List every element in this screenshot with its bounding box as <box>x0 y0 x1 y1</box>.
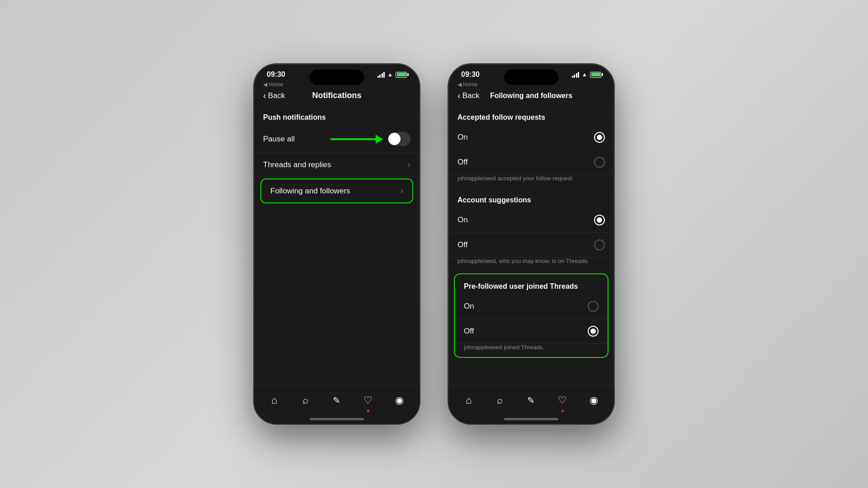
arrow-line <box>330 138 376 140</box>
following-followers-highlight: Following and followers › <box>260 178 413 203</box>
pause-all-toggle[interactable] <box>387 132 410 146</box>
prefollowed-hint: johnappleseed joined Threads. <box>455 344 608 357</box>
phone-2: 09:30 ▲ ◀ Home ‹ Back Following and foll… <box>448 63 615 425</box>
phone-1: 09:30 ▲ ◀ Home ‹ Back Notifications Push… <box>253 63 420 425</box>
profile-nav-2[interactable]: ◉ <box>584 390 604 410</box>
signal-icon-2 <box>572 72 580 78</box>
status-icons-1: ▲ <box>377 71 407 78</box>
chevron-right-threads: › <box>408 160 410 169</box>
home-indicator-1 <box>310 418 364 420</box>
compose-nav-1[interactable]: ✎ <box>327 390 347 410</box>
compose-icon-1: ✎ <box>333 395 340 406</box>
accepted-on-row[interactable]: On <box>448 125 614 150</box>
suggestions-on-label: On <box>458 216 468 225</box>
arrow-head <box>376 135 383 144</box>
accepted-off-radio[interactable] <box>594 157 605 168</box>
section-header-prefollowed: Pre-followed user joined Threads <box>455 274 608 294</box>
pre-followed-highlight: Pre-followed user joined Threads On Off … <box>454 273 609 358</box>
profile-icon-2: ◉ <box>590 394 598 406</box>
time-1: 09:30 <box>267 70 285 79</box>
suggestions-off-row[interactable]: Off <box>448 233 614 258</box>
following-followers-row[interactable]: Following and followers › <box>261 179 412 202</box>
section-header-push: Push notifications <box>254 105 420 125</box>
prefollowed-off-row[interactable]: Off <box>455 319 608 344</box>
dynamic-island-1 <box>310 70 364 85</box>
nav-bar-2: ‹ Back Following and followers <box>448 88 614 105</box>
profile-nav-1[interactable]: ◉ <box>389 390 409 410</box>
prefollowed-on-label: On <box>464 302 474 311</box>
battery-icon-1 <box>396 72 407 78</box>
pause-all-label: Pause all <box>263 135 295 144</box>
profile-icon-1: ◉ <box>395 394 404 406</box>
accepted-on-radio[interactable] <box>594 132 605 143</box>
time-2: 09:30 <box>461 70 480 79</box>
suggestions-on-row[interactable]: On <box>448 208 614 233</box>
search-icon-1: ⌕ <box>302 394 308 406</box>
page-title-1: Notifications <box>312 91 361 100</box>
heart-icon-2: ♡ <box>558 394 567 406</box>
home-icon-2: ⌂ <box>466 394 472 406</box>
back-label-1: Back <box>268 91 285 100</box>
home-label-1: ◀ Home <box>263 81 283 88</box>
accepted-on-label: On <box>458 133 468 142</box>
compose-nav-2[interactable]: ✎ <box>521 390 541 410</box>
prefollowed-on-row[interactable]: On <box>455 294 608 319</box>
suggestions-on-radio[interactable] <box>594 215 605 225</box>
accepted-off-label: Off <box>458 158 467 167</box>
prefollowed-off-radio[interactable] <box>588 326 599 337</box>
accepted-off-row[interactable]: Off <box>448 150 614 175</box>
screen-1: Push notifications Pause all Threads and… <box>254 105 420 205</box>
suggestions-off-label: Off <box>458 240 467 249</box>
home-nav-1[interactable]: ⌂ <box>264 390 284 410</box>
section-header-suggestions: Account suggestions <box>448 188 614 208</box>
heart-nav-2[interactable]: ♡ <box>552 390 572 410</box>
search-icon-2: ⌕ <box>497 394 503 406</box>
pause-all-row[interactable]: Pause all <box>254 125 420 153</box>
wifi-icon-1: ▲ <box>387 71 393 78</box>
chevron-right-following: › <box>401 186 403 196</box>
screen-2: Accepted follow requests On Off johnappl… <box>448 105 614 361</box>
toggle-thumb <box>388 133 401 145</box>
heart-nav-1[interactable]: ♡ <box>358 390 378 410</box>
compose-icon-2: ✎ <box>527 395 535 406</box>
back-chevron-1: ‹ <box>263 90 266 101</box>
search-nav-1[interactable]: ⌕ <box>296 390 316 410</box>
home-icon-1: ⌂ <box>271 394 277 406</box>
page-title-2: Following and followers <box>490 92 572 100</box>
section-header-accepted: Accepted follow requests <box>448 105 614 125</box>
home-nav-2[interactable]: ⌂ <box>459 390 479 410</box>
search-nav-2[interactable]: ⌕ <box>490 390 510 410</box>
dynamic-island-2 <box>504 70 558 85</box>
heart-dot-2 <box>561 410 564 412</box>
home-label-2: ◀ Home <box>458 81 477 88</box>
home-indicator-2 <box>504 418 558 420</box>
back-button-1[interactable]: ‹ Back <box>263 90 285 101</box>
prefollowed-on-radio[interactable] <box>588 301 599 312</box>
pause-all-controls <box>330 132 410 146</box>
back-button-2[interactable]: ‹ Back <box>458 90 479 101</box>
green-arrow <box>330 135 383 144</box>
suggestions-hint: johnappleseed, who you may know, is on T… <box>448 258 614 271</box>
prefollowed-off-label: Off <box>464 327 474 336</box>
battery-icon-2 <box>590 72 601 78</box>
heart-dot-1 <box>367 410 369 412</box>
status-icons-2: ▲ <box>572 71 601 78</box>
signal-icon-1 <box>377 72 385 78</box>
following-followers-label: Following and followers <box>270 187 350 196</box>
heart-icon-1: ♡ <box>363 394 373 406</box>
nav-bar-1: ‹ Back Notifications <box>254 88 420 105</box>
accepted-hint: johnappleseed accepted your follow reque… <box>448 175 614 188</box>
threads-replies-row[interactable]: Threads and replies › <box>254 153 420 177</box>
back-label-2: Back <box>462 91 480 100</box>
suggestions-off-radio[interactable] <box>594 239 605 250</box>
wifi-icon-2: ▲ <box>582 71 587 78</box>
threads-replies-label: Threads and replies <box>263 160 331 169</box>
back-chevron-2: ‹ <box>458 90 461 101</box>
